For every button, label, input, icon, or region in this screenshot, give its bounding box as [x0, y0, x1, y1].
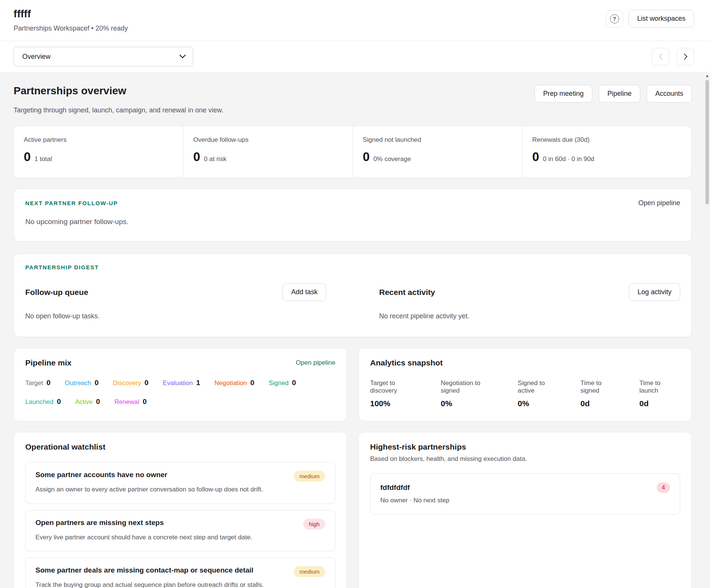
- watchlist-item-title: Some partner accounts have no owner: [35, 471, 167, 479]
- stage-label: Launched: [25, 398, 54, 406]
- highest-risk-card: Highest-risk partnerships Based on block…: [358, 432, 692, 588]
- stat-label: Signed not launched: [363, 136, 512, 144]
- open-pipeline-link[interactable]: Open pipeline: [296, 359, 335, 367]
- risk-item-name: fdfdfdfdf: [380, 484, 410, 492]
- metric-value: 0%: [518, 399, 562, 408]
- risk-title: Highest-risk partnerships: [370, 442, 680, 451]
- stat-value: 0: [532, 150, 539, 164]
- stat-renewals-due: Renewals due (30d) 0 0 in 60d · 0 in 90d: [522, 126, 692, 178]
- follow-up-queue-section: Follow-up queue Add task No open follow-…: [25, 283, 326, 320]
- stage-label: Evaluation: [163, 379, 193, 387]
- metric-list: Target to discovery 100% Negotiation to …: [370, 379, 680, 408]
- stage-signed: Signed0: [269, 379, 296, 387]
- page-subtitle: Targeting through signed, launch, campai…: [14, 106, 692, 114]
- risk-item[interactable]: fdfdfdfdf 4 No owner · No next step: [370, 473, 680, 514]
- stage-label: Renewal: [114, 398, 139, 406]
- metric-value: 0d: [639, 399, 680, 408]
- scrollbar-up-arrow[interactable]: ▲: [704, 72, 710, 78]
- stage-label: Discovery: [113, 379, 141, 387]
- operational-watchlist-card: Operational watchlist Some partner accou…: [14, 432, 347, 588]
- recent-activity-title: Recent activity: [379, 288, 435, 297]
- watchlist-item-title: Open partners are missing next steps: [35, 519, 164, 527]
- chevron-right-icon: [684, 53, 688, 60]
- severity-badge: medium: [294, 471, 325, 482]
- metric-value: 0%: [441, 399, 499, 408]
- metric-label: Time to signed: [580, 379, 621, 395]
- watchlist-item-title: Some partner deals are missing contact-m…: [35, 566, 254, 574]
- metric-label: Negotiation to signed: [441, 379, 499, 395]
- watchlist-item: Some partner deals are missing contact-m…: [25, 557, 335, 588]
- workspace-title: fffff: [14, 8, 128, 20]
- follow-up-queue-empty: No open follow-up tasks.: [25, 312, 326, 320]
- workspace-header: fffff Partnerships Workspacef • 20% read…: [14, 8, 128, 32]
- metric-label: Target to discovery: [370, 379, 423, 395]
- stage-discovery: Discovery0: [113, 379, 148, 387]
- severity-badge: high: [303, 519, 325, 530]
- metric-label: Time to launch: [639, 379, 680, 395]
- stage-value: 0: [250, 379, 255, 387]
- stat-sub: 0% coverage: [373, 155, 411, 163]
- stage-evaluation: Evaluation1: [163, 379, 200, 387]
- stage-label: Negotiation: [215, 379, 247, 387]
- follow-up-queue-title: Follow-up queue: [25, 288, 88, 297]
- stat-value: 0: [363, 150, 370, 164]
- prev-page-button[interactable]: [652, 48, 669, 65]
- stage-outreach: Outreach0: [65, 379, 99, 387]
- stage-label: Outreach: [65, 379, 91, 387]
- log-activity-button[interactable]: Log activity: [629, 283, 680, 301]
- risk-subtitle: Based on blockers, health, and missing e…: [370, 455, 680, 463]
- stage-label: Signed: [269, 379, 289, 387]
- metric-signed-to-active: Signed to active 0%: [518, 379, 562, 408]
- stage-negotiation: Negotiation0: [215, 379, 255, 387]
- stage-label: Active: [75, 398, 92, 406]
- open-pipeline-link[interactable]: Open pipeline: [638, 199, 680, 207]
- accounts-button[interactable]: Accounts: [647, 85, 692, 103]
- stage-value: 0: [144, 379, 149, 387]
- stat-label: Renewals due (30d): [532, 136, 682, 144]
- stage-label: Target: [25, 379, 43, 387]
- stat-sub: 0 at risk: [204, 155, 227, 163]
- stage-value: 0: [95, 379, 99, 387]
- view-select[interactable]: Overview: [14, 47, 193, 66]
- view-select-value: Overview: [22, 53, 51, 61]
- watchlist-item: Some partner accounts have no owner medi…: [25, 462, 335, 504]
- vertical-scrollbar[interactable]: ▲: [704, 72, 710, 588]
- pipeline-mix-card: Pipeline mix Open pipeline Target0 Outre…: [14, 348, 347, 421]
- stage-list: Target0 Outreach0 Discovery0 Evaluation1…: [25, 379, 335, 406]
- metric-negotiation-to-signed: Negotiation to signed 0%: [441, 379, 499, 408]
- list-workspaces-button[interactable]: List workspaces: [629, 10, 694, 28]
- watchlist-item-description: Track the buying group and actual sequen…: [35, 580, 281, 588]
- stat-value: 0: [24, 150, 31, 164]
- prep-meeting-button[interactable]: Prep meeting: [535, 85, 592, 103]
- stat-label: Active partners: [24, 136, 173, 144]
- page-title: Partnerships overview: [14, 85, 126, 97]
- next-follow-up-title: Next partner follow-up: [25, 200, 118, 206]
- next-follow-up-card: Next partner follow-up Open pipeline No …: [14, 189, 692, 241]
- add-task-button[interactable]: Add task: [283, 283, 326, 301]
- stage-value: 0: [46, 379, 51, 387]
- stat-label: Overdue follow-ups: [193, 136, 343, 144]
- stage-value: 0: [96, 398, 100, 406]
- metric-time-to-launch: Time to launch 0d: [639, 379, 680, 408]
- kpi-row: Active partners 0 1 total Overdue follow…: [14, 126, 692, 178]
- stage-value: 0: [57, 398, 61, 406]
- partnership-digest-card: Partnership digest Follow-up queue Add t…: [14, 253, 692, 337]
- next-page-button[interactable]: [677, 48, 694, 65]
- pipeline-mix-title: Pipeline mix: [25, 358, 72, 367]
- chevron-down-icon: [179, 54, 186, 59]
- stage-launched: Launched0: [25, 398, 61, 406]
- watchlist-item: Open partners are missing next steps hig…: [25, 510, 335, 552]
- stat-sub: 1 total: [34, 155, 52, 163]
- stat-overdue-followups: Overdue follow-ups 0 0 at risk: [183, 126, 352, 178]
- top-bar: fffff Partnerships Workspacef • 20% read…: [0, 0, 710, 72]
- stage-target: Target0: [25, 379, 51, 387]
- watchlist-item-description: Every live partner account should have a…: [35, 533, 281, 542]
- chevron-left-icon: [659, 53, 663, 60]
- help-icon: ?: [610, 14, 619, 23]
- stage-value: 0: [143, 398, 147, 406]
- scrollbar-thumb[interactable]: [705, 80, 709, 204]
- pipeline-button[interactable]: Pipeline: [599, 85, 640, 103]
- metric-label: Signed to active: [518, 379, 562, 395]
- help-button[interactable]: ?: [606, 10, 623, 28]
- metric-value: 100%: [370, 399, 423, 408]
